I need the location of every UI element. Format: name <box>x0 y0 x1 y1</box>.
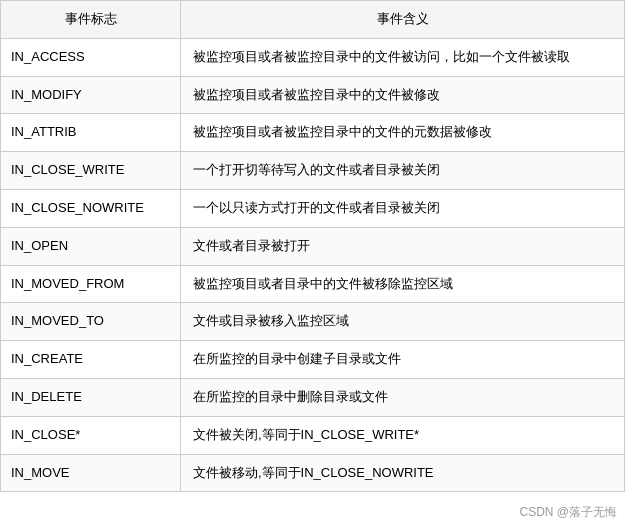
table-row: IN_MOVED_FROM被监控项目或者目录中的文件被移除监控区域 <box>1 265 625 303</box>
table-row: IN_CLOSE_NOWRITE一个以只读方式打开的文件或者目录被关闭 <box>1 189 625 227</box>
table-row: IN_ATTRIB被监控项目或者被监控目录中的文件的元数据被修改 <box>1 114 625 152</box>
event-flag: IN_OPEN <box>1 227 181 265</box>
event-meaning: 在所监控的目录中创建子目录或文件 <box>181 341 625 379</box>
event-meaning: 被监控项目或者被监控目录中的文件的元数据被修改 <box>181 114 625 152</box>
event-meaning: 一个以只读方式打开的文件或者目录被关闭 <box>181 189 625 227</box>
table-row: IN_OPEN文件或者目录被打开 <box>1 227 625 265</box>
header-flag: 事件标志 <box>1 1 181 39</box>
watermark: CSDN @落子无悔 <box>519 504 617 521</box>
event-flag: IN_CREATE <box>1 341 181 379</box>
table-row: IN_ACCESS被监控项目或者被监控目录中的文件被访问，比如一个文件被读取 <box>1 38 625 76</box>
event-meaning: 文件或者目录被打开 <box>181 227 625 265</box>
event-flag: IN_CLOSE_WRITE <box>1 152 181 190</box>
event-flag: IN_CLOSE* <box>1 416 181 454</box>
event-meaning: 被监控项目或者被监控目录中的文件被访问，比如一个文件被读取 <box>181 38 625 76</box>
table-row: IN_DELETE在所监控的目录中删除目录或文件 <box>1 378 625 416</box>
event-flag: IN_MOVE <box>1 454 181 492</box>
event-flag: IN_ACCESS <box>1 38 181 76</box>
table-row: IN_MODIFY被监控项目或者被监控目录中的文件被修改 <box>1 76 625 114</box>
table-row: IN_CREATE在所监控的目录中创建子目录或文件 <box>1 341 625 379</box>
table-row: IN_CLOSE_WRITE一个打开切等待写入的文件或者目录被关闭 <box>1 152 625 190</box>
header-meaning: 事件含义 <box>181 1 625 39</box>
event-flag: IN_MOVED_TO <box>1 303 181 341</box>
event-flag: IN_MODIFY <box>1 76 181 114</box>
event-meaning: 文件或目录被移入监控区域 <box>181 303 625 341</box>
event-meaning: 在所监控的目录中删除目录或文件 <box>181 378 625 416</box>
event-flag: IN_ATTRIB <box>1 114 181 152</box>
table-row: IN_MOVE文件被移动,等同于IN_CLOSE_NOWRITE <box>1 454 625 492</box>
event-flag: IN_CLOSE_NOWRITE <box>1 189 181 227</box>
event-meaning: 一个打开切等待写入的文件或者目录被关闭 <box>181 152 625 190</box>
event-meaning: 文件被移动,等同于IN_CLOSE_NOWRITE <box>181 454 625 492</box>
event-flag: IN_DELETE <box>1 378 181 416</box>
table-row: IN_MOVED_TO文件或目录被移入监控区域 <box>1 303 625 341</box>
table-row: IN_CLOSE*文件被关闭,等同于IN_CLOSE_WRITE* <box>1 416 625 454</box>
event-flag: IN_MOVED_FROM <box>1 265 181 303</box>
event-meaning: 被监控项目或者目录中的文件被移除监控区域 <box>181 265 625 303</box>
event-meaning: 被监控项目或者被监控目录中的文件被修改 <box>181 76 625 114</box>
event-meaning: 文件被关闭,等同于IN_CLOSE_WRITE* <box>181 416 625 454</box>
events-table: 事件标志 事件含义 IN_ACCESS被监控项目或者被监控目录中的文件被访问，比… <box>0 0 625 492</box>
